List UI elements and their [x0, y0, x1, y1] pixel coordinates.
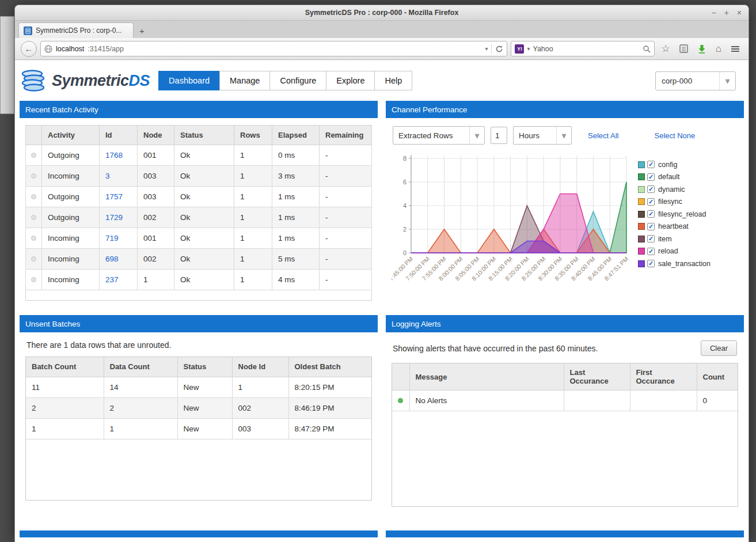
close-button[interactable]: × [737, 9, 742, 17]
series-color-swatch [638, 173, 645, 180]
batch-remaining: - [320, 249, 372, 270]
unsent-row[interactable]: 1114New18:20:15 PM [26, 377, 371, 397]
column-header: Node [138, 126, 174, 145]
channel-performance-chart: 024687:45:00 PM7:50:00 PM7:55:00 PM8:00:… [392, 150, 738, 295]
tab-manage[interactable]: Manage [219, 71, 270, 90]
panel-title: Logging Alerts [386, 315, 744, 332]
tab-configure[interactable]: Configure [269, 71, 326, 90]
batch-id-link[interactable]: 3 [105, 172, 110, 180]
metric-select[interactable]: Extracted Rows ▾ [393, 126, 485, 145]
back-button[interactable]: ← [21, 41, 37, 57]
select-all-link[interactable]: Select All [588, 131, 618, 140]
node-selector[interactable]: corp-000 ▾ [655, 71, 736, 90]
reload-icon[interactable] [495, 45, 503, 53]
batch-id-link[interactable]: 1757 [105, 192, 123, 201]
next-panel-cutoff [386, 530, 744, 537]
unsent-cell: 2 [26, 397, 104, 418]
batch-row[interactable]: Incoming3003Ok13 ms- [26, 166, 372, 187]
series-checkbox[interactable]: ✓ [647, 210, 655, 218]
window-titlebar[interactable]: SymmetricDS Pro : corp-000 - Mozilla Fir… [15, 5, 749, 21]
symmetricds-logo-icon [20, 69, 48, 93]
chevron-down-icon[interactable]: ▾ [469, 127, 484, 144]
alert-row[interactable]: No Alerts0 [392, 391, 738, 411]
menu-hamburger-icon[interactable] [728, 45, 743, 53]
batch-id-link[interactable]: 1729 [105, 213, 123, 222]
search-engine-dropdown-icon[interactable]: ▾ [527, 46, 530, 52]
chevron-down-icon[interactable]: ▾ [719, 72, 735, 90]
series-checkbox[interactable]: ✓ [647, 161, 655, 168]
batch-row[interactable]: Outgoing1768001Ok10 ms- [26, 145, 372, 166]
series-checkbox[interactable]: ✓ [647, 185, 655, 193]
batch-row[interactable]: Incoming698002Ok15 ms- [26, 249, 372, 270]
unsent-batches-table: Batch CountData CountStatusNode IdOldest… [26, 357, 371, 439]
unsent-cell: 11 [26, 377, 104, 397]
series-checkbox[interactable]: ✓ [647, 223, 655, 230]
unsent-cell: 1 [26, 418, 104, 439]
select-none-link[interactable]: Select None [654, 131, 695, 140]
series-color-swatch [638, 223, 645, 230]
batch-id-link[interactable]: 719 [105, 234, 119, 242]
alerts-table-frame: MessageLast OccuranceFirst OccuranceCoun… [392, 363, 738, 507]
unsent-row[interactable]: 22New0028:46:19 PM [26, 397, 371, 418]
series-checkbox[interactable]: ✓ [647, 198, 655, 206]
url-dropdown-icon[interactable]: ▾ [485, 46, 488, 52]
panel-title: Recent Batch Activity [20, 101, 378, 118]
batch-id-link[interactable]: 698 [105, 255, 119, 263]
batch-row[interactable]: Outgoing1729002Ok11 ms- [26, 207, 372, 228]
series-label: config [658, 161, 677, 169]
next-panel-cutoff [20, 530, 378, 537]
batch-status: Ok [174, 228, 234, 249]
browser-tab[interactable]: SymmetricDS Pro : corp-0... [18, 22, 134, 38]
search-engine-label: Yahoo [533, 45, 553, 53]
legend-item: ✓filesync [638, 196, 711, 209]
series-label: default [658, 173, 680, 181]
search-icon[interactable] [643, 45, 651, 53]
batch-row[interactable]: Outgoing1757003Ok11 ms- [26, 187, 372, 207]
maximize-button[interactable]: + [724, 9, 729, 17]
svg-text:8: 8 [403, 155, 407, 162]
legend-item: ✓reload [638, 245, 711, 258]
series-color-swatch [638, 186, 645, 193]
batch-status: Ok [174, 166, 234, 187]
unsent-row[interactable]: 11New0038:47:29 PM [26, 418, 371, 439]
chart-legend: ✓config✓default✓dynamic✓filesync✓filesyn… [638, 150, 711, 295]
batch-node: 001 [138, 145, 174, 166]
bookmark-star-icon[interactable]: ☆ [658, 43, 673, 55]
alert-count: 0 [697, 391, 738, 411]
clear-button[interactable]: Clear [701, 340, 737, 356]
series-checkbox[interactable]: ✓ [647, 173, 655, 181]
period-unit-select[interactable]: Hours ▾ [513, 126, 572, 145]
series-label: item [658, 235, 672, 243]
batch-rows: 1 [234, 187, 272, 207]
legend-item: ✓dynamic [638, 183, 711, 196]
period-value-input[interactable] [491, 127, 507, 144]
chevron-down-icon[interactable]: ▾ [556, 127, 571, 144]
bookmarks-panel-icon[interactable] [677, 44, 691, 53]
batch-id-link[interactable]: 1768 [105, 151, 123, 160]
unsent-batches-panel: Unsent Batches There are 1 data rows tha… [20, 315, 378, 524]
unsent-cell: New [177, 397, 232, 418]
svg-text:0: 0 [403, 249, 407, 256]
series-color-swatch [638, 211, 645, 218]
new-tab-button[interactable]: + [134, 26, 150, 38]
tab-dashboard[interactable]: Dashboard [158, 71, 220, 90]
home-icon[interactable]: ⌂ [713, 43, 724, 55]
search-bar[interactable]: Y! ▾ Yahoo [511, 41, 655, 56]
batch-remaining: - [320, 270, 372, 290]
tab-help[interactable]: Help [374, 71, 412, 90]
batch-id-link[interactable]: 237 [105, 275, 119, 284]
series-label: dynamic [658, 185, 685, 194]
minimize-button[interactable]: − [711, 9, 716, 17]
series-checkbox[interactable]: ✓ [647, 260, 655, 267]
batch-status: Ok [174, 187, 234, 207]
batch-row[interactable]: Incoming719001Ok11 ms- [26, 228, 372, 249]
downloads-icon[interactable] [694, 44, 709, 54]
tab-explore[interactable]: Explore [326, 71, 375, 90]
series-checkbox[interactable]: ✓ [647, 248, 655, 255]
column-header: Remaining [320, 126, 372, 145]
url-bar[interactable]: localhost:31415/app ▾ [40, 41, 507, 56]
batch-row[interactable]: Incoming2371Ok14 ms- [26, 270, 372, 290]
batch-status-icon [31, 215, 36, 220]
series-checkbox[interactable]: ✓ [647, 235, 655, 242]
column-header: Status [177, 357, 232, 377]
